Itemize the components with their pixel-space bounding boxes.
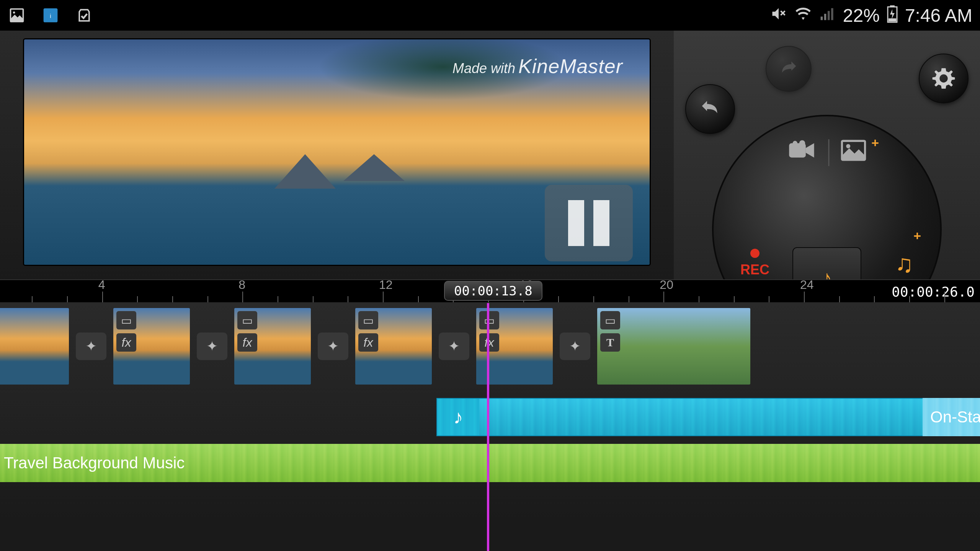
image-badge-icon: ▭ xyxy=(116,311,136,329)
image-icon xyxy=(841,140,866,166)
music-note-icon: ♫ xyxy=(895,249,913,278)
plus-icon: + xyxy=(871,135,879,150)
fx-badge: fx xyxy=(358,333,378,352)
watermark-brand: KineMaster xyxy=(518,55,623,78)
video-clip[interactable]: ▭ T xyxy=(597,308,750,385)
svg-point-15 xyxy=(793,141,797,145)
undo-button[interactable] xyxy=(685,84,735,134)
image-badge-icon: ▭ xyxy=(237,311,257,329)
pause-icon xyxy=(568,200,584,246)
image-badge-icon: ▭ xyxy=(600,311,620,329)
audio-clip[interactable]: ♪ xyxy=(436,398,980,436)
main-area: Made with KineMaster xyxy=(0,31,980,279)
transition-button[interactable]: ✦ xyxy=(318,333,348,360)
preview-wrap: Made with KineMaster xyxy=(0,31,674,279)
transition-icon: ✦ xyxy=(448,338,460,354)
watermark-prefix: Made with xyxy=(452,60,515,77)
music-button[interactable]: ♫ xyxy=(895,249,913,278)
clock-time: 7:46 AM xyxy=(905,5,972,26)
audio-clip-label: Travel Background Music xyxy=(4,454,185,472)
svg-point-1 xyxy=(13,11,15,13)
video-clip[interactable]: ▭ fx xyxy=(113,308,190,385)
battery-icon xyxy=(887,5,898,26)
wheel-top-segment[interactable] xyxy=(788,139,866,166)
audio-clip[interactable]: Travel Background Music xyxy=(0,444,980,482)
watermark: Made with KineMaster xyxy=(452,55,623,78)
audio-clip-segment[interactable]: On-Stage, Serene, Travel xyxy=(923,398,980,436)
video-preview[interactable]: Made with KineMaster xyxy=(23,38,651,266)
signal-icon xyxy=(819,5,836,26)
record-label: REC xyxy=(740,262,769,277)
video-track[interactable]: ✦ ▭ fx ✦ ▭ fx ✦ ▭ fx ✦ ▭ fx ✦ ▭ T xyxy=(0,302,980,390)
transition-icon: ✦ xyxy=(327,338,339,354)
pause-button[interactable] xyxy=(545,185,633,261)
svg-rect-12 xyxy=(889,18,896,21)
status-right: 22% 7:46 AM xyxy=(770,5,972,26)
task-notification-icon xyxy=(75,6,93,24)
transition-button[interactable]: ✦ xyxy=(76,333,106,360)
svg-point-14 xyxy=(799,140,805,146)
fx-badge: fx xyxy=(479,333,499,352)
svg-rect-11 xyxy=(890,5,895,7)
timeline-ruler[interactable]: 00:00:13.8 00:00:26.0 4812162024 xyxy=(0,279,980,302)
plus-icon: + xyxy=(913,228,921,243)
svg-point-17 xyxy=(846,144,850,148)
control-panel: + REC ♫ + ♪ xyxy=(674,31,980,279)
video-clip[interactable] xyxy=(0,308,69,385)
app-notification-icon: i xyxy=(41,6,60,24)
svg-rect-8 xyxy=(828,11,830,20)
wheel-divider xyxy=(828,139,830,166)
text-badge: T xyxy=(600,333,620,352)
svg-text:i: i xyxy=(50,13,51,19)
playhead[interactable] xyxy=(487,303,489,551)
transition-icon: ✦ xyxy=(85,338,97,354)
fx-badge: fx xyxy=(116,333,136,352)
wifi-icon xyxy=(794,5,812,26)
fx-badge: fx xyxy=(237,333,257,352)
mute-icon xyxy=(770,5,787,26)
battery-percent: 22% xyxy=(843,5,880,26)
video-clip[interactable]: ▭ fx xyxy=(234,308,311,385)
pause-icon xyxy=(593,200,609,246)
transition-button[interactable]: ✦ xyxy=(197,333,227,360)
current-timecode: 00:00:13.8 xyxy=(444,281,542,301)
record-button[interactable]: REC xyxy=(740,249,769,278)
transition-button[interactable]: ✦ xyxy=(560,333,590,360)
image-badge-icon: ▭ xyxy=(479,311,499,329)
status-bar: i 22% 7:46 AM xyxy=(0,0,980,31)
audio-track-1[interactable]: ♪ On-Stage, Serene, Travel xyxy=(0,398,980,436)
svg-rect-6 xyxy=(820,16,823,20)
audio-clip-label: On-Stage, Serene, Travel xyxy=(930,408,980,426)
transition-icon: ✦ xyxy=(206,338,218,354)
camera-icon xyxy=(788,140,817,166)
status-left-icons: i xyxy=(8,6,93,24)
gallery-notification-icon xyxy=(8,6,26,24)
svg-rect-9 xyxy=(831,8,833,20)
settings-button[interactable] xyxy=(919,54,969,103)
timeline[interactable]: ✦ ▭ fx ✦ ▭ fx ✦ ▭ fx ✦ ▭ fx ✦ ▭ T ♪ xyxy=(0,302,980,520)
redo-button[interactable] xyxy=(766,46,812,92)
total-timecode: 00:00:26.0 xyxy=(892,284,975,300)
transition-button[interactable]: ✦ xyxy=(439,333,469,360)
video-clip[interactable]: ▭ fx xyxy=(355,308,432,385)
transition-icon: ✦ xyxy=(569,338,581,354)
image-badge-icon: ▭ xyxy=(358,311,378,329)
waveform xyxy=(437,399,979,435)
svg-rect-7 xyxy=(824,14,826,20)
record-dot-icon xyxy=(750,249,760,258)
